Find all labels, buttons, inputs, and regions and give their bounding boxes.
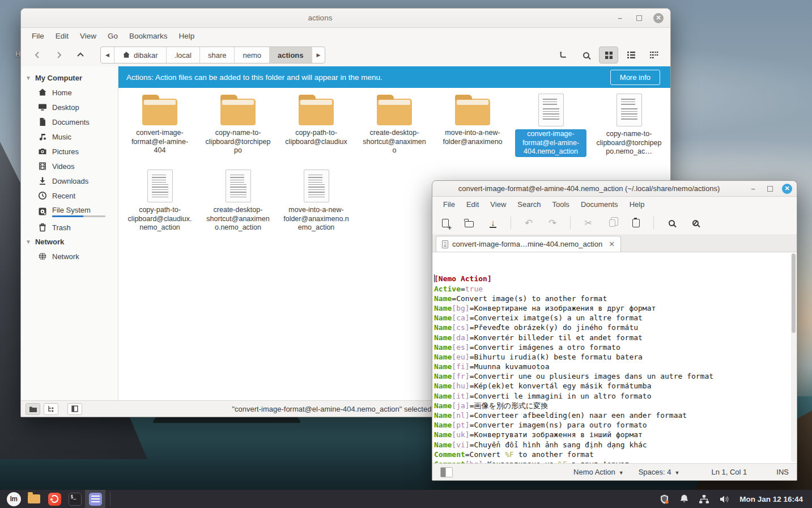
sidebar-item-trash[interactable]: Trash	[21, 220, 118, 235]
sidebar-item-downloads[interactable]: Downloads	[21, 173, 118, 188]
tab-width-selector[interactable]: Spaces: 4▼	[639, 468, 680, 476]
file-icon	[226, 170, 251, 202]
network-tree-icon[interactable]	[699, 494, 709, 504]
file-manager-sidebar: ▼My ComputerHomeDesktopDocumentsMusicPic…	[21, 66, 118, 400]
red-app-icon[interactable]	[44, 490, 65, 508]
sidebar-section-my-computer[interactable]: ▼My Computer	[21, 71, 118, 85]
side-panel-toggle-icon[interactable]	[440, 467, 453, 477]
folder-item[interactable]: copy-name-to-clipboard@torchipeppo	[199, 91, 277, 166]
sidebar-item-network[interactable]: Network	[21, 249, 118, 264]
chevron-right-icon[interactable]: ▶	[312, 47, 325, 63]
close-button[interactable]: ✕	[782, 184, 792, 194]
menu-edit[interactable]: Edit	[50, 29, 74, 43]
compact-view-icon[interactable]	[644, 46, 664, 64]
copy-icon[interactable]	[606, 217, 618, 229]
breadcrumb-nemo[interactable]: nemo	[235, 47, 270, 63]
file-item[interactable]: copy-path-to-clipboard@claudiux.nemo_act…	[121, 167, 199, 242]
maximize-button[interactable]	[765, 184, 775, 194]
menu-edit[interactable]: Edit	[461, 198, 484, 211]
menu-view[interactable]: View	[485, 198, 511, 211]
find-icon[interactable]	[665, 217, 678, 229]
menu-bookmarks[interactable]: Bookmarks	[124, 29, 173, 43]
editor-scrollbar[interactable]	[791, 253, 796, 462]
language-selector[interactable]: Nemo Action▼	[573, 468, 624, 476]
sidebar-item-pictures[interactable]: Pictures	[21, 144, 118, 159]
mint-menu-icon[interactable]: lm	[3, 490, 24, 508]
menu-help[interactable]: Help	[174, 29, 200, 43]
bell-icon[interactable]	[679, 494, 689, 504]
treeview-toggle-icon[interactable]	[44, 403, 58, 415]
sidebar-section-network[interactable]: ▼Network	[21, 235, 118, 249]
sidebar-item-home[interactable]: Home	[21, 85, 118, 100]
search-icon[interactable]	[576, 46, 596, 64]
open-folder-icon[interactable]	[463, 217, 475, 229]
menu-file[interactable]: File	[27, 29, 49, 43]
folder-item[interactable]: convert-image-format@el-amine-404	[121, 91, 199, 166]
minimize-button[interactable]: –	[615, 13, 625, 23]
paste-icon[interactable]	[630, 217, 642, 229]
breadcrumb-dibakar[interactable]: dibakar	[114, 47, 167, 63]
chevron-left-icon[interactable]: ◀	[101, 47, 114, 63]
menu-tools[interactable]: Tools	[547, 198, 575, 211]
sidebar-item-documents[interactable]: Documents	[21, 115, 118, 129]
breadcrumb-actions[interactable]: actions	[270, 47, 312, 63]
file-item[interactable]: move-into-a-new-folder@anaximeno.nemo_ac…	[277, 167, 355, 242]
code-line: Name[ja]=画像を別の形式に変換	[434, 401, 797, 410]
sidebar-item-recent[interactable]: Recent	[21, 188, 118, 203]
expander-triangle-icon[interactable]: ▼	[25, 75, 31, 81]
menu-search[interactable]: Search	[512, 198, 546, 211]
places-toggle-icon[interactable]	[25, 403, 40, 415]
files-app-icon[interactable]	[24, 490, 44, 508]
folder-item[interactable]: move-into-a-new-folder@anaximeno	[433, 91, 512, 166]
close-button[interactable]: ✕	[653, 13, 664, 23]
expander-triangle-icon[interactable]: ▼	[25, 239, 31, 245]
save-icon[interactable]: ↓	[487, 217, 499, 229]
desktop-home-icon-label[interactable]: H	[15, 50, 20, 58]
sidebar-item-file-system[interactable]: File System	[21, 203, 118, 220]
back-icon[interactable]	[28, 46, 47, 64]
sidebar-item-desktop[interactable]: Desktop	[21, 100, 118, 115]
maximize-button[interactable]	[634, 13, 644, 23]
menu-go[interactable]: Go	[103, 29, 123, 43]
close-icon[interactable]: ✕	[609, 240, 615, 248]
folder-icon	[299, 99, 334, 125]
breadcrumb-share[interactable]: share	[200, 47, 235, 63]
code-line: Name[nl]=Converteer afbeelding(en) naar …	[434, 410, 797, 420]
list-view-icon[interactable]	[622, 46, 641, 64]
file-manager-titlebar[interactable]: actions – ✕	[21, 9, 670, 28]
location-entry-icon[interactable]	[554, 46, 573, 64]
file-item[interactable]: convert-image-format@el-amine-404.nemo_a…	[512, 91, 590, 166]
folder-item[interactable]: copy-path-to-clipboard@claudiux	[277, 91, 355, 166]
editor-text-area[interactable]: [Nemo Action]Active=trueName=Convert ima…	[432, 252, 797, 463]
sidebar-item-videos[interactable]: Videos	[21, 159, 118, 173]
terminal-app-icon[interactable]: $_	[65, 490, 85, 508]
text-editor-app-icon[interactable]	[85, 490, 105, 508]
taskbar-clock[interactable]: Mon Jan 12 16:44	[739, 495, 803, 503]
new-document-icon[interactable]: +	[439, 217, 452, 229]
editor-titlebar[interactable]: convert-image-format@el-amine-404.nemo_a…	[432, 181, 797, 197]
menu-file[interactable]: File	[438, 198, 460, 211]
menu-documents[interactable]: Documents	[576, 198, 623, 211]
menu-view[interactable]: View	[75, 29, 101, 43]
file-item[interactable]: copy-name-to-clipboard@torchipeppo.nemo_…	[590, 91, 668, 166]
minimize-button[interactable]: –	[748, 184, 758, 194]
speaker-icon[interactable]	[719, 494, 730, 504]
sidebar-item-music[interactable]: Music	[21, 129, 118, 144]
up-icon[interactable]	[71, 46, 90, 64]
home-icon	[122, 51, 130, 59]
redo-icon[interactable]: ↷	[546, 217, 559, 229]
more-info-button[interactable]: More info	[610, 70, 660, 85]
undo-icon[interactable]: ↶	[522, 217, 535, 229]
editor-tab[interactable]: convert-image-forma…mine-404.nemo_action…	[436, 236, 621, 252]
file-item[interactable]: create-desktop-shortcut@anaximeno.nemo_a…	[199, 167, 277, 242]
sidebar-item-label: File System	[52, 206, 105, 217]
forward-icon[interactable]	[49, 46, 69, 64]
find-replace-icon[interactable]	[689, 217, 702, 229]
shield-update-icon[interactable]	[659, 494, 670, 505]
folder-item[interactable]: create-desktop-shortcut@anaximeno	[355, 91, 433, 166]
cut-icon[interactable]: ✂	[582, 217, 594, 229]
breadcrumb-local[interactable]: .local	[167, 47, 200, 63]
grid-view-icon[interactable]	[599, 46, 618, 64]
menu-help[interactable]: Help	[624, 198, 650, 211]
hide-sidebar-icon[interactable]	[67, 403, 82, 415]
